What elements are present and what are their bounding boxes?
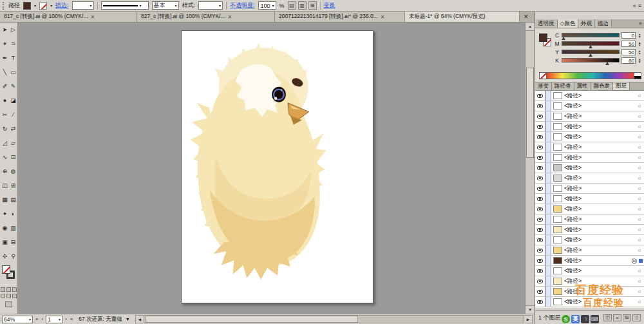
rotate-tool[interactable]: ↻ <box>1 122 9 136</box>
live-paint-bucket-tool[interactable]: ◍ <box>9 164 17 178</box>
fill-caret-icon[interactable]: ▾ <box>34 4 36 8</box>
channel-spinner-icon[interactable]: ▲ ▼ <box>638 41 641 46</box>
channel-spinner-icon[interactable]: ▲ ▼ <box>638 58 641 63</box>
scroll-thumb[interactable] <box>146 316 358 323</box>
spectrum-gradient[interactable] <box>547 73 634 79</box>
layer-row[interactable]: <路径>◎ <box>535 256 644 266</box>
hand-tool[interactable]: ✣ <box>1 249 9 263</box>
target-circle[interactable]: ○ <box>635 289 644 294</box>
stroke-caret-icon[interactable]: ▾ <box>50 4 52 8</box>
target-circle[interactable]: ○ <box>635 124 644 129</box>
target-circle[interactable]: ○ <box>635 278 644 284</box>
slider-handle[interactable] <box>562 37 565 40</box>
visibility-toggle[interactable] <box>535 101 545 111</box>
layer-row[interactable]: <路径>○ <box>535 225 644 235</box>
visibility-toggle[interactable] <box>535 235 545 245</box>
panel-tab-路径查[interactable]: 路径查 <box>552 82 574 90</box>
color-mode-button[interactable] <box>1 287 5 292</box>
prev-page-icon[interactable]: ‹ <box>41 316 44 322</box>
panel-tab-属性[interactable]: 属性 <box>574 82 591 90</box>
visibility-toggle[interactable] <box>535 266 545 276</box>
scroll-right-icon[interactable]: ▶ <box>524 316 532 323</box>
lock-cell[interactable] <box>545 204 551 214</box>
visibility-toggle[interactable] <box>535 111 545 121</box>
lasso-tool[interactable]: ⊃ <box>9 37 17 51</box>
magic-wand-tool[interactable]: ✶ <box>1 37 9 51</box>
layer-row[interactable]: <路径>○ <box>535 91 644 101</box>
layer-row[interactable]: <路径>○ <box>535 204 644 214</box>
first-page-icon[interactable]: « <box>35 316 39 322</box>
target-circle[interactable]: ○ <box>635 237 644 243</box>
target-circle[interactable]: ○ <box>635 196 644 202</box>
visibility-toggle[interactable] <box>535 287 545 296</box>
draw-behind-button[interactable] <box>6 294 11 298</box>
target-circle[interactable]: ○ <box>635 165 644 171</box>
free-transform-tool[interactable]: ⊡ <box>9 150 17 164</box>
doc-tab[interactable]: 2007122213014179 [转换].ai* @ 236.0...✕ <box>275 12 405 22</box>
target-circle[interactable]: ○ <box>635 144 644 150</box>
symbol-sprayer-tool[interactable]: ◉ <box>1 221 9 235</box>
stroke-link[interactable]: 描边: <box>55 1 69 10</box>
type-tool[interactable]: T <box>9 51 17 65</box>
target-circle[interactable]: ○ <box>635 155 644 160</box>
eyedropper-tool[interactable]: ✦ <box>1 207 9 221</box>
slider-handle[interactable] <box>589 53 592 57</box>
lock-cell[interactable] <box>545 101 551 111</box>
channel-value[interactable]: 0 <box>621 32 636 39</box>
layer-row[interactable]: <路径>○ <box>535 235 644 245</box>
lock-cell[interactable] <box>545 122 551 131</box>
target-circle[interactable]: ○ <box>635 227 644 233</box>
layer-row[interactable]: <路径>○ <box>535 214 644 225</box>
screen-mode-button[interactable] <box>5 301 12 307</box>
visibility-toggle[interactable] <box>535 142 545 152</box>
lock-cell[interactable] <box>545 184 551 193</box>
scroll-thumb[interactable] <box>526 68 534 158</box>
channel-value[interactable]: 80 <box>621 57 636 64</box>
lock-cell[interactable] <box>545 245 551 255</box>
layer-row[interactable]: <路径>○ <box>535 287 644 297</box>
slider-handle[interactable] <box>605 62 609 65</box>
shape-builder-tool[interactable]: ⊕ <box>1 164 9 178</box>
pen-tool[interactable]: ✒ <box>1 51 9 65</box>
fill-color-swatch[interactable] <box>23 2 31 10</box>
layer-row[interactable]: <路径>○ <box>535 194 644 204</box>
channel-spinner-icon[interactable]: ▲ ▼ <box>638 50 641 55</box>
panel-menu-icon[interactable]: ≡ <box>638 3 641 9</box>
slider-handle[interactable] <box>589 45 592 48</box>
artboard-tool[interactable]: ▣ <box>1 235 9 249</box>
pencil-tool[interactable]: ✎ <box>9 79 17 93</box>
panel-tab-图层[interactable]: 图层 <box>613 82 630 90</box>
moon-icon[interactable]: ☽ <box>581 315 589 323</box>
scroll-up-icon[interactable]: ▲ <box>526 23 535 31</box>
slice-tool[interactable]: ⊟ <box>9 235 17 249</box>
target-circle[interactable]: ○ <box>635 186 644 191</box>
lock-cell[interactable] <box>545 225 551 234</box>
lock-cell[interactable] <box>545 256 551 265</box>
doc-tab[interactable]: 817_c [转换].ai @ 100% (CMYK/...✕ <box>0 12 137 22</box>
scroll-left-icon[interactable]: ◀ <box>136 316 144 323</box>
lock-cell[interactable] <box>545 142 551 152</box>
status-menu-icon[interactable]: ▼ <box>126 317 130 321</box>
close-icon[interactable]: ✕ <box>521 14 531 20</box>
visibility-toggle[interactable] <box>535 204 545 214</box>
layer-row[interactable]: <路径>○ <box>535 245 644 256</box>
collapse-panels-icon[interactable]: « <box>633 3 636 9</box>
target-circle[interactable]: ○ <box>635 216 644 222</box>
target-circle[interactable]: ○ <box>635 247 644 253</box>
doc-tab[interactable]: 未标题-1* @ 64% (CMYK/预览) <box>405 12 520 22</box>
lock-cell[interactable] <box>545 214 551 224</box>
lock-cell[interactable] <box>545 276 551 286</box>
visibility-toggle[interactable] <box>535 163 545 173</box>
visibility-toggle[interactable] <box>535 256 545 265</box>
control-option-icon-2[interactable]: ▥ <box>298 1 307 10</box>
lock-cell[interactable] <box>545 132 551 142</box>
new-layer-icon[interactable]: ⊞ <box>623 314 631 321</box>
eraser-tool[interactable]: ◪ <box>9 93 17 108</box>
target-circle[interactable]: ○ <box>635 175 644 181</box>
lang-indicator-icon[interactable]: 英 <box>571 315 580 323</box>
opacity-combo[interactable]: 100 ▾ <box>258 1 276 10</box>
channel-slider[interactable] <box>562 33 620 37</box>
fill-swatch-none[interactable] <box>2 265 10 274</box>
delete-layer-icon[interactable]: ▯ <box>632 314 641 321</box>
color-panel-fill-swatch[interactable] <box>539 33 547 42</box>
